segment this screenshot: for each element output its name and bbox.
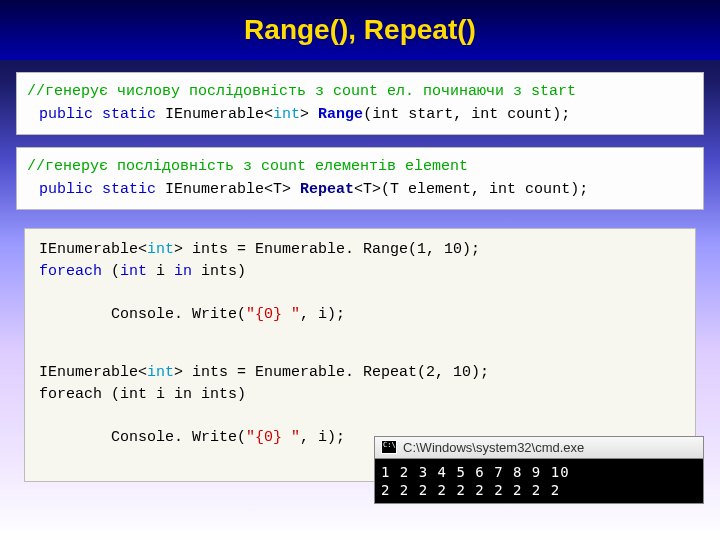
repeat-comment: //генерує послідовність з count елементі… — [27, 156, 693, 179]
code-line-4: IEnumerable<int> ints = Enumerable. Repe… — [39, 362, 681, 384]
slide-title-bar: Range(), Repeat() — [0, 0, 720, 60]
console-window: C:\Windows\system32\cmd.exe 1 2 3 4 5 6 … — [374, 436, 704, 504]
blank-line — [39, 348, 681, 362]
signature-block-range: //генерує числову послідовність з count … — [16, 72, 704, 135]
cmd-icon — [381, 440, 397, 454]
code-line-1: IEnumerable<int> ints = Enumerable. Rang… — [39, 239, 681, 261]
console-path: C:\Windows\system32\cmd.exe — [403, 440, 584, 455]
code-line-5: foreach (int i in ints) — [39, 384, 681, 406]
range-signature: public static IEnumerable<int> Range(int… — [27, 104, 693, 127]
console-output: 1 2 3 4 5 6 7 8 9 10 2 2 2 2 2 2 2 2 2 2 — [374, 459, 704, 504]
console-line-2: 2 2 2 2 2 2 2 2 2 2 — [381, 481, 697, 499]
console-titlebar: C:\Windows\system32\cmd.exe — [374, 436, 704, 459]
repeat-signature: public static IEnumerable<T> Repeat<T>(T… — [27, 179, 693, 202]
slide-title: Range(), Repeat() — [0, 14, 720, 46]
signature-block-repeat: //генерує послідовність з count елементі… — [16, 147, 704, 210]
code-line-3: Console. Write("{0} ", i); — [39, 283, 681, 348]
code-line-2: foreach (int i in ints) — [39, 261, 681, 283]
console-line-1: 1 2 3 4 5 6 7 8 9 10 — [381, 463, 697, 481]
range-comment: //генерує числову послідовність з count … — [27, 81, 693, 104]
